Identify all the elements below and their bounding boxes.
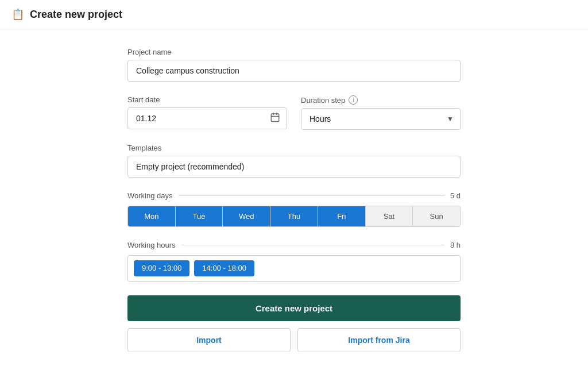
templates-group: Templates: [127, 144, 461, 178]
templates-label: Templates: [127, 144, 461, 152]
working-hours-group: Working hours 8 h 9:00 - 13:00 14:00 - 1…: [127, 241, 461, 282]
day-btn-wed[interactable]: Wed: [223, 206, 270, 226]
start-date-label: Start date: [127, 95, 287, 104]
start-date-group: Start date: [127, 95, 287, 130]
hours-divider-line: [181, 245, 444, 245]
hours-slot-2[interactable]: 14:00 - 18:00: [194, 260, 254, 276]
divider-line: [179, 195, 444, 196]
page-title: Create new project: [30, 9, 122, 21]
working-hours-label: Working hours: [127, 241, 176, 249]
create-project-button[interactable]: Create new project: [127, 295, 461, 321]
duration-step-group: Duration step i Hours Days Weeks ▼: [301, 95, 461, 130]
working-days-divider: Working days 5 d: [127, 191, 461, 200]
project-name-label: Project name: [127, 48, 461, 56]
page-icon: 📋: [11, 8, 24, 21]
page-header: 📋 Create new project: [0, 0, 588, 29]
days-container: Mon Tue Wed Thu Fri Sat Sun: [127, 206, 461, 227]
project-name-group: Project name: [127, 48, 461, 82]
day-btn-thu[interactable]: Thu: [270, 206, 318, 226]
working-days-count: 5 d: [450, 191, 461, 200]
day-btn-tue[interactable]: Tue: [176, 206, 223, 226]
duration-step-select[interactable]: Hours Days Weeks: [301, 108, 461, 130]
templates-input[interactable]: [127, 156, 461, 178]
info-icon[interactable]: i: [349, 95, 358, 105]
date-duration-row: Start date Duration step i: [127, 95, 461, 130]
working-days-label: Working days: [127, 191, 173, 200]
project-name-input[interactable]: [127, 60, 461, 82]
working-hours-count: 8 h: [450, 241, 461, 249]
import-button[interactable]: Import: [127, 328, 291, 352]
duration-select-wrapper: Hours Days Weeks ▼: [301, 108, 461, 130]
hours-slot-1[interactable]: 9:00 - 13:00: [134, 260, 189, 276]
start-date-input[interactable]: [127, 107, 287, 129]
day-btn-sun[interactable]: Sun: [413, 206, 460, 226]
start-date-wrapper: [127, 107, 287, 129]
secondary-buttons-row: Import Import from Jira: [127, 328, 461, 352]
working-hours-divider: Working hours 8 h: [127, 241, 461, 249]
hours-container: 9:00 - 13:00 14:00 - 18:00: [127, 255, 461, 282]
day-btn-mon[interactable]: Mon: [128, 206, 176, 226]
working-days-group: Working days 5 d Mon Tue Wed Thu Fri Sat…: [127, 191, 461, 227]
duration-label-row: Duration step i: [301, 95, 461, 105]
day-btn-fri[interactable]: Fri: [318, 206, 366, 226]
duration-step-label: Duration step: [301, 96, 345, 105]
day-btn-sat[interactable]: Sat: [366, 206, 413, 226]
import-jira-button[interactable]: Import from Jira: [297, 328, 461, 352]
form-container: Project name Start date Duration s: [116, 29, 472, 375]
